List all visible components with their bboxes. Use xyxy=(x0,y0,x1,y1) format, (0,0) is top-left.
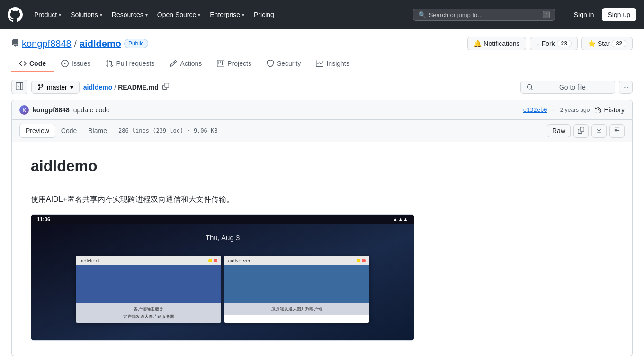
win2-min-icon xyxy=(357,259,360,262)
nav-product[interactable]: Product ▾ xyxy=(30,8,65,21)
file-toolbar: master ▾ aidldemo / README.md Go to file… xyxy=(11,80,633,94)
window1-title: aidlclient xyxy=(80,258,100,263)
tab-security[interactable]: Security xyxy=(259,56,309,72)
repo-separator: / xyxy=(74,38,77,49)
chevron-down-icon: ▾ xyxy=(100,12,102,18)
raw-button[interactable]: Raw xyxy=(547,124,571,137)
history-button[interactable]: History xyxy=(595,106,625,114)
fork-icon: ⑂ xyxy=(536,40,540,47)
nav-open-source[interactable]: Open Source ▾ xyxy=(153,8,205,21)
phone-date: Thu, Aug 3 xyxy=(206,234,240,242)
commit-message: update code xyxy=(73,106,110,114)
window2-title: aidlserver xyxy=(228,258,250,263)
win1-min-icon xyxy=(208,259,212,262)
phone-signal-icons: ▲▲▲ xyxy=(393,217,408,222)
nav-enterprise[interactable]: Enterprise ▾ xyxy=(206,8,248,21)
commit-ago: 2 years ago xyxy=(560,107,590,113)
commit-dot-sep: · xyxy=(553,107,554,113)
window1-footer1: 客户端确定服务 xyxy=(80,306,217,312)
repo-title-row: kongpf8848 / aidldemo Public 🔔 Notificat… xyxy=(11,37,633,50)
file-toolbar-right: Go to file ··· xyxy=(520,81,633,94)
window2-footer1: 服务端发送大图片到客户端 xyxy=(228,306,366,312)
branch-selector[interactable]: master ▾ xyxy=(31,81,80,94)
search-bar: 🔍 Search or jump to... / xyxy=(413,9,555,21)
readme-divider xyxy=(31,187,613,187)
repo-tabs: Code Issues Pull requests Actions Projec… xyxy=(11,56,633,72)
breadcrumb-current-file: README.md xyxy=(118,83,159,91)
file-tab-blame[interactable]: Blame xyxy=(82,124,113,137)
signin-button[interactable]: Sign in xyxy=(570,8,598,21)
repo-actions: 🔔 Notifications ⑂ Fork 23 ⭐ Star 82 xyxy=(467,37,633,50)
chevron-down-icon: ▾ xyxy=(198,12,200,18)
window1-footer2: 客户端发送大图片到服务器 xyxy=(80,314,217,320)
chevron-down-icon: ▾ xyxy=(59,12,61,18)
chevron-down-icon: ▾ xyxy=(242,12,244,18)
repo-icon xyxy=(11,38,19,49)
win1-close-icon xyxy=(214,259,217,262)
tab-pull-requests[interactable]: Pull requests xyxy=(98,56,162,72)
repo-header: kongpf8848 / aidldemo Public 🔔 Notificat… xyxy=(0,29,644,72)
search-icon: 🔍 xyxy=(418,11,426,18)
tab-insights[interactable]: Insights xyxy=(308,56,357,72)
breadcrumb-repo-link[interactable]: aidldemo xyxy=(83,83,112,91)
file-nav-left: master ▾ xyxy=(11,80,80,94)
github-logo[interactable] xyxy=(8,7,23,22)
star-count: 82 xyxy=(612,40,626,47)
sidebar-toggle-button[interactable] xyxy=(11,80,27,94)
repo-visibility-badge: Public xyxy=(124,39,148,48)
tab-actions[interactable]: Actions xyxy=(162,56,209,72)
repo-path: kongpf8848 / aidldemo Public xyxy=(11,38,148,49)
search-shortcut: / xyxy=(543,11,550,18)
commit-left: K kongpf8848 update code xyxy=(19,105,110,115)
go-to-file-button[interactable]: Go to file xyxy=(520,81,615,94)
chevron-down-icon: ▾ xyxy=(145,12,148,18)
breadcrumb-separator: / xyxy=(114,83,116,91)
nav-auth: Sign in Sign up xyxy=(570,8,636,21)
readme-screenshot: 11:06 ▲▲▲ Thu, Aug 3 aidlclient xyxy=(31,214,414,341)
repo-owner-link[interactable]: kongpf8848 xyxy=(22,38,72,49)
branch-chevron-icon: ▾ xyxy=(70,83,73,91)
commit-row: K kongpf8848 update code e132eb0 · 2 yea… xyxy=(11,100,633,120)
signup-button[interactable]: Sign up xyxy=(602,8,636,21)
search-input[interactable]: 🔍 Search or jump to... / xyxy=(413,9,555,21)
outline-button[interactable] xyxy=(609,124,625,138)
phone-time: 11:06 xyxy=(37,217,50,222)
readme-body: aidldemo 使用AIDL+匿名共享内存实现跨进程双向通信和大文件传输。 1… xyxy=(11,142,633,356)
copy-path-button[interactable] xyxy=(161,82,171,92)
file-stats: 286 lines (239 loc) · 9.06 KB xyxy=(118,127,218,134)
star-icon: ⭐ xyxy=(588,40,596,47)
commit-right: e132eb0 · 2 years ago History xyxy=(523,106,625,114)
file-area: master ▾ aidldemo / README.md Go to file… xyxy=(0,72,644,362)
nav-items: Product ▾ Solutions ▾ Resources ▾ Open S… xyxy=(30,8,278,21)
file-tabs-right: Raw xyxy=(547,124,625,138)
notifications-button[interactable]: 🔔 Notifications xyxy=(467,37,526,50)
win2-close-icon xyxy=(362,259,366,262)
tab-projects[interactable]: Projects xyxy=(209,56,259,72)
screenshot-placeholder: 11:06 ▲▲▲ Thu, Aug 3 aidlclient xyxy=(31,215,414,340)
star-button[interactable]: ⭐ Star 82 xyxy=(581,37,633,50)
file-tabs-row: Preview Code Blame 286 lines (239 loc) ·… xyxy=(11,120,633,142)
download-button[interactable] xyxy=(591,124,607,138)
avatar: K xyxy=(19,105,29,115)
file-tab-preview[interactable]: Preview xyxy=(19,124,55,138)
github-icon xyxy=(8,7,23,22)
nav-solutions[interactable]: Solutions ▾ xyxy=(67,8,106,21)
readme-title: aidldemo xyxy=(31,157,613,179)
more-options-button[interactable]: ··· xyxy=(619,81,633,94)
file-tab-code[interactable]: Code xyxy=(55,124,82,137)
fork-button[interactable]: ⑂ Fork 23 xyxy=(530,37,578,50)
bell-icon: 🔔 xyxy=(474,40,482,47)
fork-count: 23 xyxy=(557,40,572,47)
copy-button[interactable] xyxy=(573,124,589,138)
commit-hash-link[interactable]: e132eb0 xyxy=(523,107,547,113)
repo-name-link[interactable]: aidldemo xyxy=(80,38,121,49)
readme-description: 使用AIDL+匿名共享内存实现跨进程双向通信和大文件传输。 xyxy=(31,195,613,205)
tab-issues[interactable]: Issues xyxy=(54,56,98,72)
file-tabs-left: Preview Code Blame 286 lines (239 loc) ·… xyxy=(19,124,217,138)
nav-pricing[interactable]: Pricing xyxy=(250,8,278,21)
commit-author[interactable]: kongpf8848 xyxy=(33,106,70,114)
tab-code[interactable]: Code xyxy=(11,56,54,72)
breadcrumb: aidldemo / README.md xyxy=(83,82,171,92)
nav-resources[interactable]: Resources ▾ xyxy=(108,8,152,21)
top-navigation: Product ▾ Solutions ▾ Resources ▾ Open S… xyxy=(0,0,644,29)
